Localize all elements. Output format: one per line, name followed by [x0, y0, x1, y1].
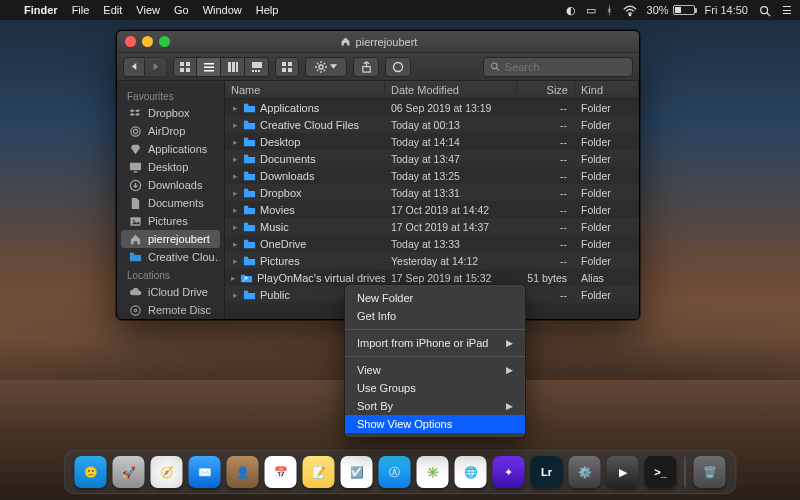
- zoom-button[interactable]: [159, 36, 170, 47]
- dock-appstore[interactable]: Ⓐ: [379, 456, 411, 488]
- menubar-go[interactable]: Go: [174, 4, 189, 16]
- minimize-button[interactable]: [142, 36, 153, 47]
- status-wifi-icon[interactable]: [623, 3, 637, 16]
- dock-reminders[interactable]: ☑️: [341, 456, 373, 488]
- notes-icon: 📝: [312, 466, 326, 479]
- disclosure-triangle-icon[interactable]: ▸: [231, 205, 239, 215]
- status-sync-icon[interactable]: ◐: [566, 4, 576, 17]
- menu-item-show-view-options[interactable]: Show View Options: [345, 415, 525, 433]
- disclosure-triangle-icon[interactable]: ▸: [231, 256, 239, 266]
- forward-button[interactable]: [145, 57, 167, 77]
- sidebar-item-dropbox[interactable]: Dropbox: [121, 104, 220, 122]
- dock-mail[interactable]: ✉️: [189, 456, 221, 488]
- file-row[interactable]: ▸DocumentsToday at 13:47--Folder: [225, 150, 639, 167]
- dock-trash[interactable]: 🗑️: [694, 456, 726, 488]
- close-button[interactable]: [125, 36, 136, 47]
- file-row[interactable]: ▸Applications06 Sep 2019 at 13:19--Folde…: [225, 99, 639, 116]
- finder-window: pierrejoubert: [116, 30, 640, 320]
- file-kind: Folder: [575, 102, 639, 114]
- dock-calendar[interactable]: 📅: [265, 456, 297, 488]
- dock-safari[interactable]: 🧭: [151, 456, 183, 488]
- back-button[interactable]: [123, 57, 145, 77]
- file-row[interactable]: ▸OneDriveToday at 13:33--Folder: [225, 235, 639, 252]
- menubar-edit[interactable]: Edit: [103, 4, 122, 16]
- sidebar-item-downloads[interactable]: Downloads: [121, 176, 220, 194]
- file-row[interactable]: ▸DropboxToday at 13:31--Folder: [225, 184, 639, 201]
- share-button[interactable]: [353, 57, 379, 77]
- menubar-help[interactable]: Help: [256, 4, 279, 16]
- file-row[interactable]: ▸DownloadsToday at 13:25--Folder: [225, 167, 639, 184]
- disclosure-triangle-icon[interactable]: ▸: [231, 290, 239, 300]
- disclosure-triangle-icon[interactable]: ▸: [231, 239, 239, 249]
- dock-quicktime[interactable]: ▶: [607, 456, 639, 488]
- dock-preferences[interactable]: ⚙️: [569, 456, 601, 488]
- sidebar-item-desktop[interactable]: Desktop: [121, 158, 220, 176]
- status-clock[interactable]: Fri 14:50: [705, 4, 748, 16]
- dock-slack[interactable]: ✳️: [417, 456, 449, 488]
- sidebar-item-creative-clou-[interactable]: Creative Clou…: [121, 248, 220, 266]
- group-by-button[interactable]: [275, 57, 299, 77]
- menu-item-use-groups[interactable]: Use Groups: [345, 379, 525, 397]
- dock-finder[interactable]: 🙂: [75, 456, 107, 488]
- search-field[interactable]: [483, 57, 633, 77]
- disclosure-triangle-icon[interactable]: ▸: [231, 273, 236, 283]
- col-size[interactable]: Size: [517, 81, 575, 98]
- col-name[interactable]: Name: [225, 81, 385, 98]
- disclosure-triangle-icon[interactable]: ▸: [231, 120, 239, 130]
- menu-item-new-folder[interactable]: New Folder: [345, 289, 525, 307]
- sidebar-item-documents[interactable]: Documents: [121, 194, 220, 212]
- sidebar-item-pierrejoubert[interactable]: pierrejoubert: [121, 230, 220, 248]
- dock-launchpad[interactable]: 🚀: [113, 456, 145, 488]
- menu-separator: [345, 329, 525, 330]
- menubar-window[interactable]: Window: [203, 4, 242, 16]
- file-row[interactable]: ▸Music17 Oct 2019 at 14:37--Folder: [225, 218, 639, 235]
- disclosure-triangle-icon[interactable]: ▸: [231, 188, 239, 198]
- view-icon-grid[interactable]: [173, 57, 197, 77]
- disclosure-triangle-icon[interactable]: ▸: [231, 137, 239, 147]
- file-date: Today at 14:14: [385, 136, 517, 148]
- dock-terminal[interactable]: >_: [645, 456, 677, 488]
- search-input[interactable]: [505, 61, 626, 73]
- action-menu-button[interactable]: [305, 57, 347, 77]
- sidebar-item-remote-disc[interactable]: Remote Disc: [121, 301, 220, 319]
- disclosure-triangle-icon[interactable]: ▸: [231, 222, 239, 232]
- status-search-icon[interactable]: [758, 3, 772, 16]
- sidebar-item-airdrop[interactable]: AirDrop: [121, 122, 220, 140]
- menu-item-sort-by[interactable]: Sort By▶: [345, 397, 525, 415]
- col-kind[interactable]: Kind: [575, 81, 639, 98]
- disclosure-triangle-icon[interactable]: ▸: [231, 171, 239, 181]
- dock-chrome[interactable]: 🌐: [455, 456, 487, 488]
- dock-lightroom[interactable]: Lr: [531, 456, 563, 488]
- status-menu-icon[interactable]: ☰: [782, 4, 792, 17]
- menu-item-view[interactable]: View▶: [345, 361, 525, 379]
- status-bluetooth-icon[interactable]: ᚼ: [606, 4, 613, 16]
- status-display-icon[interactable]: ▭: [586, 4, 596, 17]
- sidebar-item-icloud-drive[interactable]: iCloud Drive: [121, 283, 220, 301]
- view-gallery[interactable]: [245, 57, 269, 77]
- disclosure-triangle-icon[interactable]: ▸: [231, 154, 239, 164]
- dock-affinity[interactable]: ✦: [493, 456, 525, 488]
- menubar-view[interactable]: View: [136, 4, 160, 16]
- file-row[interactable]: ▸DesktopToday at 14:14--Folder: [225, 133, 639, 150]
- sidebar-item-applications[interactable]: Applications: [121, 140, 220, 158]
- dock-notes[interactable]: 📝: [303, 456, 335, 488]
- disclosure-triangle-icon[interactable]: ▸: [231, 103, 239, 113]
- view-columns[interactable]: [221, 57, 245, 77]
- sidebar-item-pictures[interactable]: Pictures: [121, 212, 220, 230]
- col-date[interactable]: Date Modified: [385, 81, 517, 98]
- view-list[interactable]: [197, 57, 221, 77]
- menu-item-import-from-iphone-or-ipad[interactable]: Import from iPhone or iPad▶: [345, 334, 525, 352]
- status-battery[interactable]: 30%: [647, 4, 695, 16]
- menubar-file[interactable]: File: [72, 4, 90, 16]
- file-row[interactable]: ▸PicturesYesterday at 14:12--Folder: [225, 252, 639, 269]
- file-row[interactable]: ▸Creative Cloud FilesToday at 00:13--Fol…: [225, 116, 639, 133]
- svg-rect-6: [186, 68, 190, 72]
- dock-contacts[interactable]: 👤: [227, 456, 259, 488]
- file-name: Music: [260, 221, 289, 233]
- file-row[interactable]: ▸Movies17 Oct 2019 at 14:42--Folder: [225, 201, 639, 218]
- titlebar[interactable]: pierrejoubert: [117, 31, 639, 53]
- file-date: 06 Sep 2019 at 13:19: [385, 102, 517, 114]
- menubar-app-name[interactable]: Finder: [24, 4, 58, 16]
- menu-item-get-info[interactable]: Get Info: [345, 307, 525, 325]
- tags-button[interactable]: [385, 57, 411, 77]
